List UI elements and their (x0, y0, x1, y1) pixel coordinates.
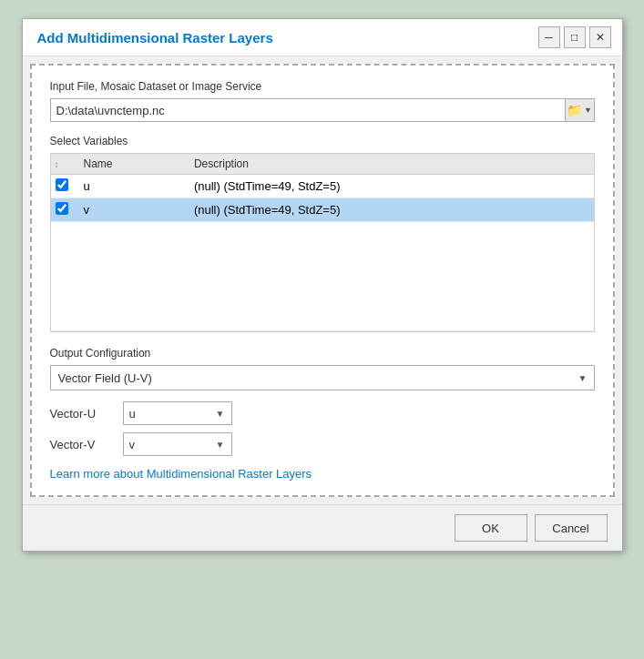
folder-icon: 📁 (567, 103, 582, 117)
col-header-name: Name (77, 154, 187, 175)
table-row: u (null) (StdTime=49, StdZ=5) (51, 175, 594, 198)
maximize-button[interactable]: □ (564, 26, 586, 48)
output-config-section: Output Configuration Vector Field (U-V) … (50, 347, 595, 390)
row-description-cell: (null) (StdTime=49, StdZ=5) (187, 175, 594, 198)
close-button[interactable]: ✕ (589, 26, 611, 48)
ok-button[interactable]: OK (455, 514, 527, 542)
vector-u-dropdown-wrapper: u v ▼ (123, 401, 232, 425)
learn-more-link[interactable]: Learn more about Multidimensional Raster… (50, 467, 595, 481)
row-checkbox-cell (51, 175, 77, 198)
file-input[interactable] (50, 98, 566, 122)
row-name-cell: u (77, 175, 187, 198)
table-row[interactable]: v (null) (StdTime=49, StdZ=5) (51, 198, 594, 222)
vector-v-label: Vector-V (50, 438, 123, 451)
row-checkbox-cell (51, 198, 77, 222)
select-variables-label: Select Variables (50, 135, 595, 147)
file-browse-button[interactable]: 📁 ▼ (566, 98, 595, 122)
vector-u-label: Vector-U (50, 407, 123, 421)
input-file-label: Input File, Mosaic Dataset or Image Serv… (50, 80, 595, 93)
variables-tbody: u (null) (StdTime=49, StdZ=5) v (null) (… (51, 175, 594, 331)
output-config-dropdown-wrapper: Vector Field (U-V) Single ▼ (50, 365, 595, 390)
file-input-row: 📁 ▼ (50, 98, 595, 122)
variables-table: ↕ Name Description (51, 154, 594, 331)
row-description-cell: (null) (StdTime=49, StdZ=5) (187, 198, 594, 222)
cancel-button[interactable]: Cancel (535, 514, 608, 542)
row-name-cell: v (77, 198, 187, 222)
vector-u-select[interactable]: u v (123, 401, 232, 425)
sort-indicator: ↕ (55, 159, 64, 169)
output-config-label: Output Configuration (50, 347, 595, 360)
col-header-description: Description (187, 154, 594, 175)
row-checkbox[interactable] (56, 202, 68, 215)
output-config-select[interactable]: Vector Field (U-V) Single (50, 365, 595, 390)
dropdown-arrow-icon: ▼ (584, 106, 592, 115)
vector-v-dropdown-wrapper: u v ▼ (123, 432, 232, 456)
row-checkbox[interactable] (56, 178, 68, 191)
col-header-checkbox: ↕ (51, 154, 77, 175)
variables-table-container: ↕ Name Description (50, 153, 595, 332)
vector-v-select[interactable]: u v (123, 432, 232, 456)
window-controls: ─ □ ✕ (538, 26, 611, 48)
minimize-button[interactable]: ─ (538, 26, 560, 48)
title-bar: Add Multidimensional Raster Layers ─ □ ✕ (23, 19, 622, 56)
add-multidimensional-dialog: Add Multidimensional Raster Layers ─ □ ✕… (22, 18, 623, 552)
dialog-footer: OK Cancel (23, 504, 622, 551)
dialog-title: Add Multidimensional Raster Layers (37, 30, 273, 46)
empty-table-area (51, 222, 594, 331)
vector-v-row: Vector-V u v ▼ (50, 432, 595, 456)
vector-u-row: Vector-U u v ▼ (50, 401, 595, 425)
dialog-body: Input File, Mosaic Dataset or Image Serv… (30, 64, 615, 497)
